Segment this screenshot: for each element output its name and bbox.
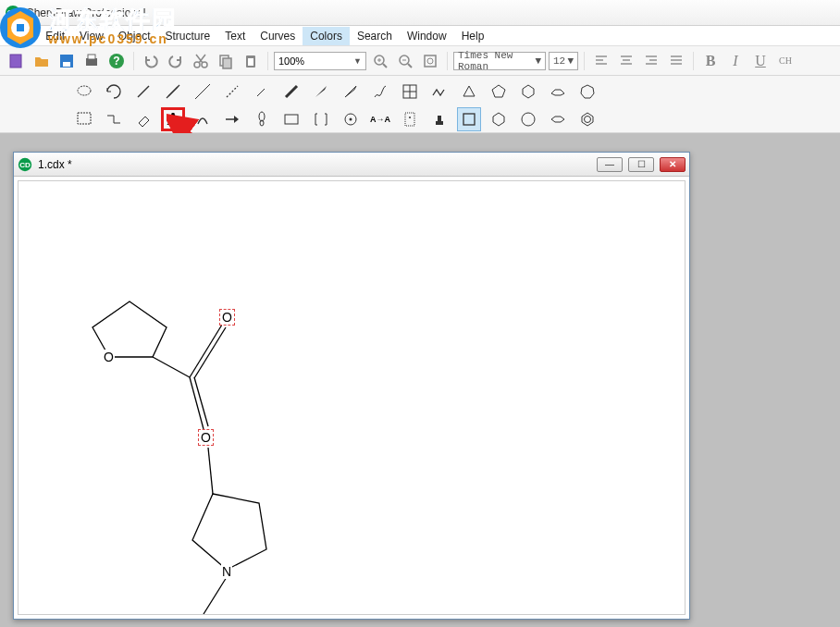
stamp-tool[interactable] [427, 107, 451, 131]
svg-line-41 [167, 87, 178, 98]
help-button[interactable]: ? [105, 50, 128, 72]
svg-point-68 [585, 117, 591, 123]
document-icon: CD [19, 157, 31, 170]
benzene-tool[interactable] [575, 107, 599, 131]
rotate-tool[interactable] [102, 80, 126, 104]
save-button[interactable] [56, 50, 78, 72]
bold-button[interactable]: B [699, 50, 722, 72]
menu-edit[interactable]: Edit [38, 27, 72, 45]
rectangle-tool[interactable] [279, 107, 303, 131]
chem-format-button[interactable]: CH [774, 50, 797, 72]
menu-view[interactable]: View [72, 27, 111, 45]
undo-button[interactable] [140, 50, 162, 72]
svg-rect-14 [220, 55, 229, 66]
italic-button[interactable]: I [724, 50, 747, 72]
heptagon-tool[interactable] [575, 80, 599, 104]
close-button[interactable]: ✕ [660, 157, 686, 172]
align-right-button[interactable] [640, 50, 662, 72]
double-bond-tool[interactable] [161, 80, 185, 104]
copy-button[interactable] [215, 50, 237, 72]
svg-rect-25 [425, 55, 436, 67]
pen-tool[interactable] [191, 107, 215, 131]
square-tool[interactable] [457, 107, 481, 131]
svg-rect-65 [438, 116, 441, 121]
svg-rect-59 [285, 115, 298, 124]
cut-button[interactable] [190, 50, 212, 72]
svg-line-49 [261, 91, 263, 92]
zoom-value: 100% [278, 55, 304, 67]
lasso-tool[interactable] [72, 80, 96, 104]
hash-bond-tool[interactable] [250, 80, 274, 104]
svg-line-72 [194, 327, 226, 378]
pentagon-tool[interactable] [487, 80, 511, 104]
hollow-wedge-tool[interactable] [339, 80, 363, 104]
tlc-tool[interactable] [398, 107, 422, 131]
circle-tool[interactable] [516, 107, 540, 131]
radical-tool[interactable] [339, 107, 363, 131]
atom-O-ring: O [103, 350, 115, 364]
menu-colors[interactable]: Colors [303, 27, 350, 45]
svg-rect-4 [60, 55, 73, 68]
print-button[interactable] [80, 50, 103, 72]
zoom-out-button[interactable] [394, 50, 416, 72]
triangle-tool[interactable] [457, 80, 481, 104]
minimize-button[interactable]: — [597, 157, 623, 172]
menu-file[interactable]: File [6, 27, 38, 45]
table-tool[interactable] [398, 80, 422, 104]
align-center-button[interactable] [615, 50, 637, 72]
align-justify-button[interactable] [665, 50, 687, 72]
underline-button[interactable]: U [749, 50, 772, 72]
menu-structure[interactable]: Structure [158, 27, 218, 45]
svg-rect-66 [463, 114, 475, 125]
triple-bond-tool[interactable] [191, 80, 215, 104]
zoom-selector[interactable]: 100% ▼ [274, 52, 366, 70]
open-button[interactable] [31, 50, 53, 72]
single-bond-tool[interactable] [131, 80, 155, 104]
wavy-bond-tool[interactable] [368, 80, 392, 104]
svg-point-61 [350, 118, 352, 121]
bracket-tool[interactable] [309, 107, 333, 131]
svg-rect-17 [248, 58, 253, 66]
menu-object[interactable]: Object [111, 27, 158, 45]
struct-tool[interactable] [102, 107, 126, 131]
chair-tool[interactable] [546, 80, 570, 104]
svg-rect-55 [78, 113, 91, 124]
maximize-button[interactable]: ☐ [628, 157, 654, 172]
menu-help[interactable]: Help [454, 27, 492, 45]
svg-line-71 [190, 325, 222, 377]
redo-button[interactable] [165, 50, 187, 72]
menu-curves[interactable]: Curves [253, 27, 303, 45]
orbital-tool[interactable] [250, 107, 274, 131]
svg-line-70 [153, 357, 190, 377]
svg-rect-64 [436, 121, 443, 125]
zoom-fit-button[interactable] [419, 50, 441, 72]
eraser-tool[interactable] [131, 107, 155, 131]
menu-search[interactable]: Search [350, 27, 400, 45]
wedge-bond-tool[interactable] [309, 80, 333, 104]
text-tool[interactable]: A [161, 107, 185, 131]
menu-window[interactable]: Window [400, 27, 454, 45]
marquee-tool[interactable] [72, 107, 96, 131]
new-button[interactable] [6, 50, 28, 72]
hexagon-tool[interactable] [516, 80, 540, 104]
svg-line-48 [259, 92, 261, 94]
font-size-selector[interactable]: 12 ▼ [549, 52, 578, 70]
svg-line-43 [195, 88, 206, 99]
mapping-tool[interactable]: A→A [368, 107, 392, 131]
paste-button[interactable] [240, 50, 262, 72]
dashed-bond-tool[interactable] [220, 80, 244, 104]
document-canvas[interactable]: O O O N [18, 180, 686, 615]
menu-text[interactable]: Text [217, 27, 253, 45]
align-left-button[interactable] [590, 50, 612, 72]
font-name-selector[interactable]: Times New Roman ▼ [453, 52, 546, 70]
svg-line-51 [286, 86, 297, 97]
bold-bond-tool[interactable] [279, 80, 303, 104]
svg-rect-6 [86, 58, 97, 66]
boat-tool[interactable] [546, 107, 570, 131]
hexagon2-tool[interactable] [487, 107, 511, 131]
arrow-tool[interactable] [220, 107, 244, 131]
zoom-in-button[interactable] [369, 50, 391, 72]
chain-tool[interactable] [427, 80, 451, 104]
svg-line-45 [199, 84, 210, 95]
drawing-tools: A A→A [0, 76, 840, 133]
